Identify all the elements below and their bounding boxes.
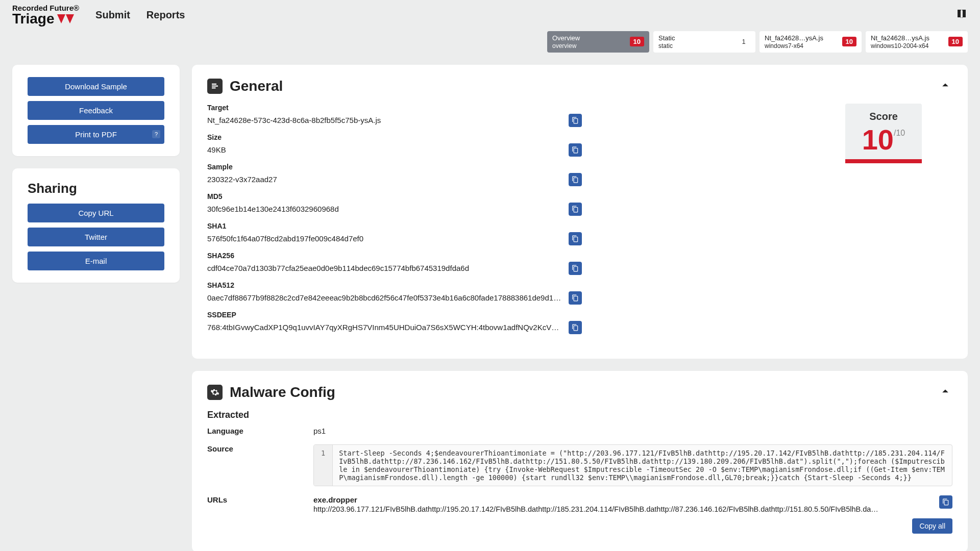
feedback-button[interactable]: Feedback: [28, 101, 164, 120]
kv-label: Target: [207, 104, 582, 112]
copy-icon[interactable]: [569, 291, 582, 305]
copyall-row: Copy all: [207, 518, 952, 534]
tab-overview[interactable]: Overview overview 10: [547, 31, 649, 53]
tab-win7[interactable]: Nt_fa24628…ysA.js windows7-x64 10: [760, 31, 862, 53]
urls-title: exe.dropper: [313, 495, 932, 504]
general-section: General Target Nt_fa24628e-573c-423d-8c6…: [192, 65, 968, 359]
kv-list: Target Nt_fa24628e-573c-423d-8c6a-8b2fb5…: [207, 104, 582, 340]
tab-subtitle: overview: [552, 42, 580, 49]
copy-icon[interactable]: [569, 232, 582, 245]
logo-text: Triage: [12, 12, 54, 26]
kv-label: MD5: [207, 192, 582, 201]
header-left: Recorded Future® Triage Submit Reports: [12, 4, 185, 26]
copy-url-button[interactable]: Copy URL: [28, 204, 164, 222]
print-pdf-label: Print to PDF: [75, 130, 117, 139]
score-label: Score: [850, 111, 917, 122]
nav-submit[interactable]: Submit: [95, 9, 130, 21]
logo[interactable]: Recorded Future® Triage: [12, 4, 79, 26]
tab-title: Static: [658, 34, 675, 42]
score-badge: 1: [737, 37, 750, 46]
twitter-button[interactable]: Twitter: [28, 228, 164, 246]
sharing-title: Sharing: [28, 181, 164, 196]
extracted-title: Extracted: [207, 410, 952, 420]
kv-ssdeep: SSDEEP 768:4tbIGvwyCadXP1Q9q1uvvIAY7qyXR…: [207, 311, 582, 334]
kv-sample: Sample 230322-v3x72aad27: [207, 163, 582, 186]
layout: Download Sample Feedback Print to PDF ? …: [0, 53, 980, 551]
language-label: Language: [207, 427, 309, 435]
actions-card: Download Sample Feedback Print to PDF ?: [12, 65, 180, 156]
copy-icon[interactable]: [569, 114, 582, 127]
docs-icon[interactable]: [955, 8, 968, 22]
general-icon: [207, 79, 223, 94]
urls-value: http://203.96.177.121/FIvB5lhB.dathttp:/…: [313, 505, 890, 513]
kv-label: SHA512: [207, 281, 582, 289]
score-badge: 10: [948, 37, 963, 46]
print-pdf-key: ?: [152, 130, 160, 138]
kv-target: Target Nt_fa24628e-573c-423d-8c6a-8b2fb5…: [207, 104, 582, 127]
tab-static[interactable]: Static static 1: [653, 31, 755, 53]
kv-label: SHA1: [207, 222, 582, 230]
copy-icon[interactable]: [569, 262, 582, 275]
logo-mark-icon: [57, 14, 74, 23]
kv-sha512: SHA512 0aec7df88677b9f8828c2cd7e842eeeac…: [207, 281, 582, 305]
print-pdf-button[interactable]: Print to PDF ?: [28, 125, 164, 144]
tab-subtitle: windows10-2004-x64: [871, 42, 929, 49]
tab-title: Nt_fa24628…ysA.js: [765, 34, 823, 42]
score-max: /10: [894, 129, 905, 138]
tab-title: Nt_fa24628…ysA.js: [871, 34, 929, 42]
kv-value: 230322-v3x72aad27: [207, 175, 565, 184]
kv-label: Sample: [207, 163, 582, 171]
collapse-icon[interactable]: [938, 78, 952, 94]
header: Recorded Future® Triage Submit Reports: [0, 0, 980, 26]
general-title-text: General: [230, 78, 283, 94]
tab-title: Overview: [552, 34, 580, 42]
section-header: Malware Config: [207, 384, 952, 400]
malware-config-section: Malware Config Extracted Language ps1 So…: [192, 371, 968, 551]
source-code-block[interactable]: 1 Start-Sleep -Seconds 4;$endeavourerThi…: [313, 444, 952, 486]
collapse-icon[interactable]: [938, 384, 952, 400]
copy-icon[interactable]: [569, 173, 582, 186]
kv-md5: MD5 30fc96e1b14e130e2413f6032960968d: [207, 192, 582, 216]
kv-value: 768:4tbIGvwyCadXP1Q9q1uvvIAY7qyXRgHS7VIn…: [207, 323, 565, 332]
malware-title: Malware Config: [207, 384, 335, 400]
email-button[interactable]: E-mail: [28, 252, 164, 270]
copy-icon[interactable]: [569, 143, 582, 157]
kv-sha1: SHA1 576f50fc1f64a07f8cd2abd197fe009c484…: [207, 222, 582, 245]
tabs-row: Overview overview 10 Static static 1 Nt_…: [0, 26, 980, 53]
copy-icon[interactable]: [939, 495, 952, 509]
kv-value: 49KB: [207, 145, 565, 154]
nav-reports[interactable]: Reports: [146, 9, 185, 21]
kv-label: SHA256: [207, 252, 582, 260]
general-title: General: [207, 78, 283, 94]
main: General Target Nt_fa24628e-573c-423d-8c6…: [192, 65, 968, 551]
download-sample-button[interactable]: Download Sample: [28, 77, 164, 96]
tab-text: Static static: [658, 34, 675, 49]
sharing-card: Sharing Copy URL Twitter E-mail: [12, 168, 180, 283]
logo-line2: Triage: [12, 12, 79, 26]
code-content: Start-Sleep -Seconds 4;$endeavourerThioa…: [333, 445, 952, 486]
kv-size: Size 49KB: [207, 133, 582, 157]
language-value: ps1: [313, 427, 952, 435]
urls-block: exe.dropper http://203.96.177.121/FIvB5l…: [313, 495, 952, 513]
copy-all-button[interactable]: Copy all: [912, 518, 952, 534]
tab-win10[interactable]: Nt_fa24628…ysA.js windows10-2004-x64 10: [866, 31, 968, 53]
score-value: 10: [862, 126, 894, 154]
source-label: Source: [207, 444, 309, 453]
copy-icon[interactable]: [569, 203, 582, 216]
kv-sha256: SHA256 cdf04ce70a7d1303b77cfa25eae0d0e9b…: [207, 252, 582, 275]
score-badge: 10: [842, 37, 856, 46]
tab-text: Overview overview: [552, 34, 580, 49]
copy-icon[interactable]: [569, 321, 582, 334]
kv-value: 0aec7df88677b9f8828c2cd7e842eeeac9b2b8bc…: [207, 293, 565, 302]
tab-subtitle: static: [658, 42, 675, 49]
kv-value: 30fc96e1b14e130e2413f6032960968d: [207, 205, 565, 213]
sidebar: Download Sample Feedback Print to PDF ? …: [12, 65, 180, 283]
malware-title-text: Malware Config: [230, 384, 335, 400]
general-body: Target Nt_fa24628e-573c-423d-8c6a-8b2fb5…: [207, 104, 952, 340]
tab-text: Nt_fa24628…ysA.js windows10-2004-x64: [871, 34, 929, 49]
kv-value: 576f50fc1f64a07f8cd2abd197fe009c484d7ef0: [207, 234, 565, 243]
section-header: General: [207, 78, 952, 94]
config-grid: Language ps1 Source 1 Start-Sleep -Secon…: [207, 427, 952, 513]
urls-label: URLs: [207, 495, 309, 504]
kv-label: SSDEEP: [207, 311, 582, 319]
